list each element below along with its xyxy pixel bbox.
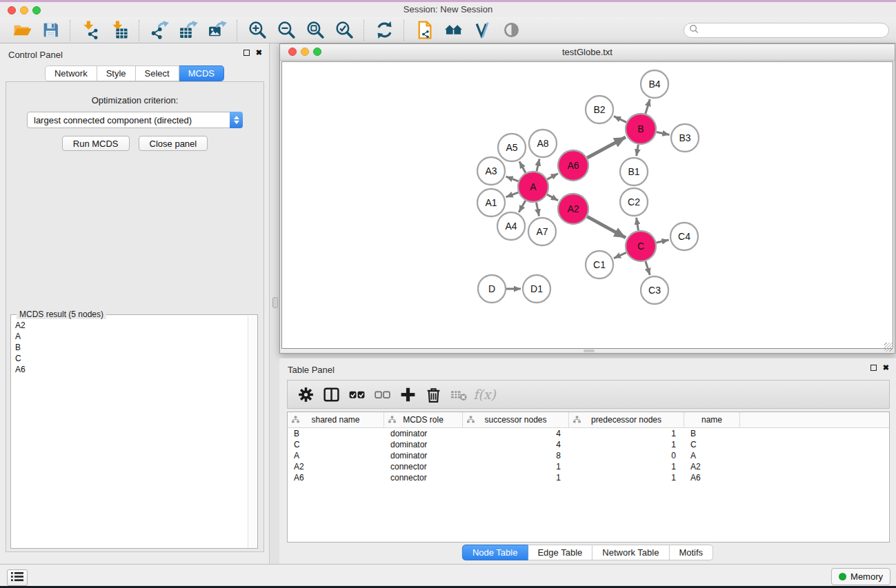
- graph-edge-A-A7[interactable]: [537, 203, 539, 216]
- graph-edge-A6-B[interactable]: [587, 137, 626, 158]
- graph-node-D1[interactable]: D1: [523, 275, 550, 303]
- mcds-result-item[interactable]: A6: [15, 364, 248, 375]
- mcds-result-item[interactable]: B: [15, 342, 248, 353]
- graph-node-A[interactable]: A: [518, 172, 548, 202]
- export-image-icon[interactable]: [206, 20, 229, 41]
- close-panel-icon[interactable]: ✖: [256, 49, 262, 57]
- graph-edge-A-A3[interactable]: [506, 176, 519, 181]
- tab-motifs[interactable]: Motifs: [669, 545, 713, 560]
- graph-node-B4[interactable]: B4: [641, 70, 668, 98]
- graph-edge-B-B1[interactable]: [637, 145, 639, 156]
- zoom-out-icon[interactable]: [275, 20, 298, 41]
- zoom-selected-icon[interactable]: [332, 20, 356, 41]
- network-resize-grip[interactable]: [884, 343, 893, 352]
- graph-edge-A-A4[interactable]: [519, 201, 525, 212]
- result-list-scrollbar[interactable]: [248, 316, 257, 548]
- graph-node-B3[interactable]: B3: [671, 124, 699, 152]
- graph-node-C3[interactable]: C3: [641, 276, 668, 304]
- graph-edge-C-C2[interactable]: [637, 218, 639, 231]
- mcds-result-item[interactable]: A2: [15, 320, 248, 331]
- tab-style[interactable]: Style: [97, 65, 136, 81]
- graph-edge-A2-C[interactable]: [587, 216, 626, 238]
- graph-node-A2[interactable]: A2: [558, 194, 588, 224]
- eye-icon[interactable]: [499, 20, 523, 41]
- settings-gear-icon[interactable]: [293, 383, 319, 405]
- graph-edge-A-A2[interactable]: [547, 194, 558, 201]
- graph-edge-B-B4[interactable]: [646, 99, 650, 114]
- graph-edge-B-B2[interactable]: [614, 116, 626, 123]
- table-row[interactable]: Cdominator41C: [288, 439, 889, 450]
- graph-node-D[interactable]: D: [478, 275, 506, 303]
- close-table-panel-icon[interactable]: ✖: [883, 364, 889, 372]
- checkboxes-checked-icon[interactable]: [344, 383, 370, 405]
- table-row[interactable]: A2connector11A2: [288, 461, 889, 472]
- floppy-save-icon[interactable]: [39, 20, 62, 41]
- close-panel-button[interactable]: Close panel: [139, 136, 208, 151]
- graph-node-A8[interactable]: A8: [529, 130, 557, 157]
- network-canvas[interactable]: AA1A2A3A4A5A6A7A8BB1B2B3B4CC1C2C3C4DD1: [281, 61, 893, 349]
- search-box[interactable]: [684, 23, 889, 38]
- graph-node-A6[interactable]: A6: [558, 150, 588, 181]
- graph-node-A4[interactable]: A4: [497, 212, 525, 240]
- graph-edge-A-A1[interactable]: [506, 192, 519, 197]
- network-window-titlebar[interactable]: testGlobe.txt: [280, 44, 895, 61]
- document-network-icon[interactable]: [412, 20, 436, 41]
- column-header-MCDS-role[interactable]: MCDS role: [384, 412, 463, 427]
- graph-node-C2[interactable]: C2: [620, 188, 648, 216]
- tab-mcds[interactable]: MCDS: [179, 65, 224, 81]
- run-mcds-button[interactable]: Run MCDS: [62, 136, 130, 151]
- mcds-result-item[interactable]: A: [15, 331, 248, 342]
- tab-network[interactable]: Network: [45, 65, 97, 81]
- table-row[interactable]: A6connector11A6: [288, 472, 889, 483]
- float-table-panel-icon[interactable]: [870, 365, 877, 371]
- table-row[interactable]: Bdominator41B: [288, 428, 889, 439]
- add-plus-icon[interactable]: [395, 383, 421, 405]
- graph-node-C4[interactable]: C4: [670, 223, 698, 250]
- zoom-fit-icon[interactable]: [303, 20, 327, 41]
- memory-button[interactable]: Memory: [831, 568, 890, 585]
- graph-node-B2[interactable]: B2: [586, 96, 613, 123]
- trash-icon[interactable]: [421, 383, 446, 405]
- refresh-icon[interactable]: [372, 20, 396, 41]
- graph-node-C[interactable]: C: [626, 231, 656, 261]
- export-network-icon[interactable]: [148, 20, 171, 41]
- graph-node-A3[interactable]: A3: [477, 157, 505, 185]
- search-input[interactable]: [699, 25, 884, 36]
- network-vertical-scrollbar[interactable]: [272, 297, 278, 308]
- tab-edge-table[interactable]: Edge Table: [528, 545, 593, 560]
- graph-node-A5[interactable]: A5: [498, 134, 526, 161]
- graph-edge-C-C1[interactable]: [614, 252, 626, 258]
- import-network-icon[interactable]: [79, 20, 102, 41]
- export-table-icon[interactable]: [177, 20, 200, 41]
- graph-node-C1[interactable]: C1: [586, 251, 613, 278]
- criterion-dropdown[interactable]: largest connected component (directed): [27, 112, 243, 128]
- tab-node-table[interactable]: Node Table: [462, 545, 528, 560]
- graph-edge-B-B3[interactable]: [657, 132, 670, 135]
- checkboxes-unchecked-icon[interactable]: [370, 383, 395, 405]
- column-header-name[interactable]: name: [684, 412, 740, 427]
- table-columns-icon[interactable]: [319, 383, 344, 405]
- graph-edge-A-A5[interactable]: [519, 161, 526, 173]
- graph-edge-C-C3[interactable]: [646, 261, 650, 275]
- network-horizontal-scrollbar[interactable]: [584, 349, 595, 352]
- v-slash-icon[interactable]: [470, 20, 494, 41]
- column-header-shared-name[interactable]: shared name: [288, 412, 384, 427]
- graph-node-A7[interactable]: A7: [528, 218, 556, 245]
- tab-network-table[interactable]: Network Table: [593, 545, 669, 560]
- column-header-successor-nodes[interactable]: successor nodes: [463, 412, 569, 427]
- float-panel-icon[interactable]: [243, 50, 250, 56]
- graph-node-B1[interactable]: B1: [620, 158, 648, 185]
- graph-edge-A-A6[interactable]: [547, 174, 558, 179]
- tab-select[interactable]: Select: [136, 65, 179, 81]
- double-home-icon[interactable]: [441, 20, 465, 41]
- graph-edge-C-C4[interactable]: [656, 240, 668, 243]
- graph-node-A1[interactable]: A1: [477, 189, 505, 216]
- table-row[interactable]: Adominator80A: [288, 450, 889, 461]
- graph-node-B[interactable]: B: [626, 114, 656, 144]
- folder-open-icon[interactable]: [10, 20, 33, 41]
- column-header-predecessor-nodes[interactable]: predecessor nodes: [569, 412, 684, 427]
- zoom-in-icon[interactable]: [246, 20, 269, 41]
- graph-edge-A-A8[interactable]: [537, 159, 539, 171]
- task-history-button[interactable]: [7, 569, 28, 586]
- mcds-result-item[interactable]: C: [15, 353, 248, 364]
